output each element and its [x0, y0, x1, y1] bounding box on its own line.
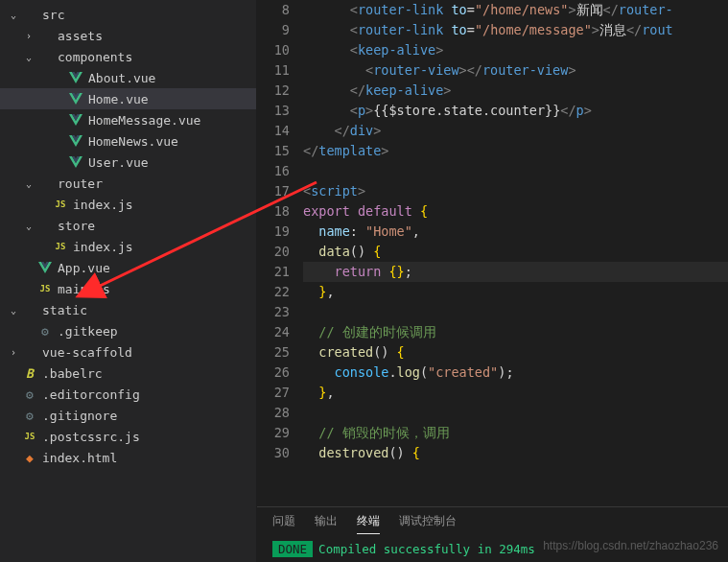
- chevron-icon: ⌄: [6, 305, 21, 316]
- line-number: 15: [257, 141, 290, 161]
- tree-item-User-vue[interactable]: User.vue: [0, 152, 256, 173]
- line-number: 16: [257, 161, 290, 181]
- code-line[interactable]: <router-view></router-view>: [303, 60, 728, 81]
- js-icon: JS: [52, 199, 69, 209]
- tree-item-label: .gitkeep: [58, 324, 118, 339]
- line-number: 17: [257, 181, 290, 201]
- code-line[interactable]: created() {: [303, 342, 728, 363]
- tree-item-label: components: [58, 50, 132, 64]
- tree-item-Home-vue[interactable]: Home.vue: [0, 88, 256, 109]
- tree-item--postcssrc-js[interactable]: JS.postcssrc.js: [0, 426, 256, 447]
- code-line[interactable]: // 销毁的时候，调用: [303, 423, 728, 443]
- line-number: 18: [257, 201, 290, 222]
- tree-item-About-vue[interactable]: About.vue: [0, 67, 256, 88]
- vue-icon: [67, 135, 84, 147]
- code-line[interactable]: destroved() {: [303, 443, 728, 463]
- code-line[interactable]: },: [303, 282, 728, 302]
- code-line[interactable]: console.log("created");: [303, 363, 728, 383]
- code-line[interactable]: data() {: [303, 242, 728, 262]
- tree-item-HomeNews-vue[interactable]: HomeNews.vue: [0, 130, 256, 152]
- chevron-icon: ›: [6, 347, 21, 358]
- tree-item-label: assets: [58, 29, 103, 43]
- tree-item-App-vue[interactable]: App.vue: [0, 257, 256, 278]
- tree-item-label: About.vue: [88, 71, 155, 85]
- tree-item-vue-scaffold[interactable]: ›vue-scaffold: [0, 341, 256, 363]
- tree-item-label: .postcssrc.js: [42, 430, 140, 444]
- code-line[interactable]: },: [303, 383, 728, 403]
- tree-item-label: router: [58, 176, 103, 191]
- code-line[interactable]: <keep-alive>: [303, 40, 728, 60]
- line-number: 29: [257, 423, 290, 443]
- line-number: 28: [257, 403, 290, 423]
- tree-item--gitignore[interactable]: ⚙.gitignore: [0, 405, 256, 426]
- tree-item-label: .gitignore: [42, 409, 117, 423]
- tree-item-label: .babelrc: [42, 366, 103, 381]
- tree-item-components[interactable]: ⌄components: [0, 46, 256, 67]
- code-line[interactable]: [303, 161, 728, 181]
- tree-item-label: .editorconfig: [42, 387, 140, 402]
- line-number: 26: [257, 363, 290, 383]
- tree-item--gitkeep[interactable]: ⚙.gitkeep: [0, 320, 256, 341]
- code-line[interactable]: <p>{{$store.state.counter}}</p>: [303, 101, 728, 121]
- js-icon: JS: [52, 242, 69, 251]
- tab-debug-console[interactable]: 调试控制台: [399, 513, 457, 534]
- tree-item-label: static: [42, 303, 87, 317]
- tree-item-label: src: [42, 8, 64, 22]
- line-number: 10: [257, 40, 290, 60]
- tree-item-index-html[interactable]: ◆index.html: [0, 447, 256, 468]
- line-number: 14: [257, 121, 290, 141]
- gear-icon: ⚙: [21, 409, 38, 423]
- code-line[interactable]: </div>: [303, 121, 728, 141]
- file-explorer[interactable]: ⌄src›assets⌄componentsAbout.vueHome.vueH…: [0, 0, 257, 562]
- tree-item-store[interactable]: ⌄store: [0, 215, 256, 236]
- code-line[interactable]: return {};: [303, 262, 728, 282]
- tree-item-assets[interactable]: ›assets: [0, 25, 256, 46]
- code-line[interactable]: <script>: [303, 181, 728, 201]
- line-number: 8: [257, 0, 290, 20]
- line-number: 13: [257, 101, 290, 121]
- chevron-icon: ›: [21, 31, 36, 41]
- gear-icon: ⚙: [21, 387, 38, 402]
- tree-item--babelrc[interactable]: B.babelrc: [0, 363, 256, 384]
- tree-item--editorconfig[interactable]: ⚙.editorconfig: [0, 384, 256, 405]
- line-number: 22: [257, 282, 290, 302]
- tree-item-label: User.vue: [88, 155, 149, 170]
- code-line[interactable]: <router-link to="/home/news">新闻</router-: [303, 0, 728, 20]
- gear-icon: ⚙: [36, 324, 54, 339]
- line-number: 11: [257, 60, 290, 81]
- babel-icon: B: [21, 366, 38, 381]
- tree-item-label: index.js: [73, 198, 133, 212]
- tree-item-router[interactable]: ⌄router: [0, 173, 256, 194]
- code-content[interactable]: <router-link to="/home/news">新闻</router-…: [303, 0, 728, 506]
- tree-item-label: HomeMessage.vue: [88, 113, 200, 128]
- editor-pane: 8910111213141516171819202122232425262728…: [257, 0, 728, 562]
- tab-output[interactable]: 输出: [315, 513, 338, 534]
- tab-terminal[interactable]: 终端: [357, 513, 380, 534]
- terminal-message: Compiled successfully in 294ms: [318, 542, 535, 556]
- vue-icon: [67, 156, 84, 168]
- chevron-icon: ⌄: [21, 52, 36, 62]
- tree-item-main-js[interactable]: JSmain.js: [0, 278, 256, 299]
- line-number: 27: [257, 383, 290, 403]
- chevron-icon: ⌄: [21, 221, 36, 231]
- line-number: 21: [257, 262, 290, 282]
- tree-item-HomeMessage-vue[interactable]: HomeMessage.vue: [0, 109, 256, 130]
- vue-icon: [36, 262, 54, 273]
- js-icon: JS: [21, 432, 38, 441]
- tree-item-index-js[interactable]: JSindex.js: [0, 236, 256, 257]
- tree-item-index-js[interactable]: JSindex.js: [0, 194, 256, 215]
- code-line[interactable]: // 创建的时候调用: [303, 322, 728, 342]
- code-line[interactable]: <router-link to="/home/message">消息</rout: [303, 20, 728, 40]
- code-line[interactable]: </keep-alive>: [303, 81, 728, 101]
- code-line[interactable]: [303, 403, 728, 423]
- code-line[interactable]: export default {: [303, 201, 728, 222]
- tree-item-label: vue-scaffold: [42, 345, 132, 360]
- tab-problems[interactable]: 问题: [272, 513, 295, 534]
- done-badge: DONE: [272, 541, 313, 557]
- code-line[interactable]: name: "Home",: [303, 222, 728, 242]
- code-line[interactable]: [303, 302, 728, 322]
- tree-item-static[interactable]: ⌄static: [0, 299, 256, 320]
- line-number: 30: [257, 443, 290, 463]
- code-line[interactable]: </template>: [303, 141, 728, 161]
- tree-item-src[interactable]: ⌄src: [0, 4, 256, 25]
